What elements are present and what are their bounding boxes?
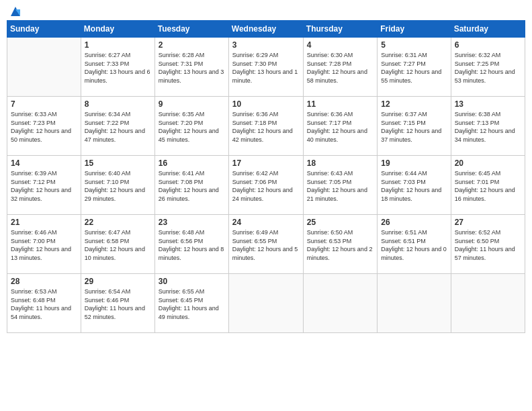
day-number: 30 (159, 277, 225, 286)
day-info: Sunrise: 6:35 AMSunset: 7:20 PMDaylight:… (159, 110, 225, 144)
day-cell: 16Sunrise: 6:41 AMSunset: 7:08 PMDayligh… (154, 156, 228, 215)
day-cell: 22Sunrise: 6:47 AMSunset: 6:58 PMDayligh… (81, 215, 154, 274)
day-info: Sunrise: 6:34 AMSunset: 7:22 PMDaylight:… (85, 110, 151, 144)
day-info: Sunrise: 6:38 AMSunset: 7:13 PMDaylight:… (455, 110, 521, 144)
day-info: Sunrise: 6:36 AMSunset: 7:17 PMDaylight:… (307, 110, 373, 144)
day-cell: 29Sunrise: 6:54 AMSunset: 6:46 PMDayligh… (81, 274, 154, 333)
day-info: Sunrise: 6:55 AMSunset: 6:45 PMDaylight:… (159, 287, 225, 321)
day-number: 1 (85, 40, 151, 50)
day-number: 27 (455, 218, 521, 227)
day-cell: 18Sunrise: 6:43 AMSunset: 7:05 PMDayligh… (303, 156, 377, 215)
day-cell: 25Sunrise: 6:50 AMSunset: 6:53 PMDayligh… (303, 215, 377, 274)
day-cell: 21Sunrise: 6:46 AMSunset: 7:00 PMDayligh… (7, 215, 81, 274)
day-number: 22 (85, 218, 151, 227)
day-info: Sunrise: 6:46 AMSunset: 7:00 PMDaylight:… (11, 228, 77, 262)
day-cell (303, 274, 377, 333)
day-cell: 17Sunrise: 6:42 AMSunset: 7:06 PMDayligh… (228, 156, 303, 215)
weekday-tuesday: Tuesday (154, 21, 228, 38)
day-number: 24 (232, 218, 300, 227)
day-info: Sunrise: 6:54 AMSunset: 6:46 PMDaylight:… (85, 287, 151, 321)
day-number: 6 (455, 40, 521, 50)
day-number: 26 (381, 218, 447, 227)
weekday-thursday: Thursday (303, 21, 377, 38)
day-number: 13 (455, 99, 521, 109)
day-info: Sunrise: 6:43 AMSunset: 7:05 PMDaylight:… (307, 169, 373, 203)
day-cell: 8Sunrise: 6:34 AMSunset: 7:22 PMDaylight… (81, 97, 154, 156)
weekday-sunday: Sunday (7, 21, 81, 38)
day-number: 21 (11, 218, 77, 227)
day-cell: 14Sunrise: 6:39 AMSunset: 7:12 PMDayligh… (7, 156, 81, 215)
day-info: Sunrise: 6:30 AMSunset: 7:28 PMDaylight:… (307, 51, 373, 85)
day-number: 19 (381, 158, 447, 168)
page: SundayMondayTuesdayWednesdayThursdayFrid… (0, 0, 532, 411)
day-info: Sunrise: 6:27 AMSunset: 7:33 PMDaylight:… (85, 51, 151, 85)
calendar: SundayMondayTuesdayWednesdayThursdayFrid… (7, 20, 525, 333)
day-info: Sunrise: 6:49 AMSunset: 6:55 PMDaylight:… (232, 228, 300, 262)
day-cell: 15Sunrise: 6:40 AMSunset: 7:10 PMDayligh… (81, 156, 154, 215)
day-info: Sunrise: 6:40 AMSunset: 7:10 PMDaylight:… (85, 169, 151, 203)
day-cell (7, 38, 81, 97)
weekday-saturday: Saturday (451, 21, 525, 38)
day-number: 3 (232, 40, 300, 50)
day-cell: 24Sunrise: 6:49 AMSunset: 6:55 PMDayligh… (228, 215, 303, 274)
day-cell: 27Sunrise: 6:52 AMSunset: 6:50 PMDayligh… (451, 215, 525, 274)
day-number: 8 (85, 99, 151, 109)
day-cell: 9Sunrise: 6:35 AMSunset: 7:20 PMDaylight… (154, 97, 228, 156)
day-number: 25 (307, 218, 373, 227)
day-cell: 19Sunrise: 6:44 AMSunset: 7:03 PMDayligh… (378, 156, 451, 215)
day-info: Sunrise: 6:39 AMSunset: 7:12 PMDaylight:… (11, 169, 77, 203)
day-info: Sunrise: 6:47 AMSunset: 6:58 PMDaylight:… (85, 228, 151, 262)
day-cell: 11Sunrise: 6:36 AMSunset: 7:17 PMDayligh… (303, 97, 377, 156)
header (7, 7, 525, 15)
day-cell: 6Sunrise: 6:32 AMSunset: 7:25 PMDaylight… (451, 38, 525, 97)
day-number: 14 (11, 158, 77, 168)
day-cell: 30Sunrise: 6:55 AMSunset: 6:45 PMDayligh… (154, 274, 228, 333)
day-cell: 7Sunrise: 6:33 AMSunset: 7:23 PMDaylight… (7, 97, 81, 156)
day-number: 20 (455, 158, 521, 168)
day-number: 5 (381, 40, 447, 50)
day-info: Sunrise: 6:31 AMSunset: 7:27 PMDaylight:… (381, 51, 447, 85)
day-info: Sunrise: 6:28 AMSunset: 7:31 PMDaylight:… (159, 51, 225, 85)
day-number: 2 (159, 40, 225, 50)
day-number: 11 (307, 99, 373, 109)
day-cell: 5Sunrise: 6:31 AMSunset: 7:27 PMDaylight… (378, 38, 451, 97)
day-info: Sunrise: 6:37 AMSunset: 7:15 PMDaylight:… (381, 110, 447, 144)
day-number: 17 (232, 158, 300, 168)
day-number: 9 (159, 99, 225, 109)
weekday-monday: Monday (81, 21, 154, 38)
day-cell: 12Sunrise: 6:37 AMSunset: 7:15 PMDayligh… (378, 97, 451, 156)
weekday-friday: Friday (378, 21, 451, 38)
day-cell: 28Sunrise: 6:53 AMSunset: 6:48 PMDayligh… (7, 274, 81, 333)
day-cell (378, 274, 451, 333)
week-row-3: 21Sunrise: 6:46 AMSunset: 7:00 PMDayligh… (7, 215, 525, 274)
day-cell: 4Sunrise: 6:30 AMSunset: 7:28 PMDaylight… (303, 38, 377, 97)
day-info: Sunrise: 6:52 AMSunset: 6:50 PMDaylight:… (455, 228, 521, 262)
day-cell: 1Sunrise: 6:27 AMSunset: 7:33 PMDaylight… (81, 38, 154, 97)
day-cell: 3Sunrise: 6:29 AMSunset: 7:30 PMDaylight… (228, 38, 303, 97)
weekday-header-row: SundayMondayTuesdayWednesdayThursdayFrid… (7, 21, 525, 38)
day-number: 15 (85, 158, 151, 168)
day-cell (451, 274, 525, 333)
day-info: Sunrise: 6:41 AMSunset: 7:08 PMDaylight:… (159, 169, 225, 203)
day-number: 4 (307, 40, 373, 50)
week-row-2: 14Sunrise: 6:39 AMSunset: 7:12 PMDayligh… (7, 156, 525, 215)
day-number: 16 (159, 158, 225, 168)
day-info: Sunrise: 6:32 AMSunset: 7:25 PMDaylight:… (455, 51, 521, 85)
weekday-wednesday: Wednesday (228, 21, 303, 38)
day-info: Sunrise: 6:48 AMSunset: 6:56 PMDaylight:… (159, 228, 225, 262)
day-cell: 20Sunrise: 6:45 AMSunset: 7:01 PMDayligh… (451, 156, 525, 215)
day-number: 7 (11, 99, 77, 109)
logo (7, 7, 23, 15)
day-number: 29 (85, 277, 151, 286)
day-info: Sunrise: 6:29 AMSunset: 7:30 PMDaylight:… (232, 51, 300, 85)
day-number: 18 (307, 158, 373, 168)
day-info: Sunrise: 6:45 AMSunset: 7:01 PMDaylight:… (455, 169, 521, 203)
day-info: Sunrise: 6:36 AMSunset: 7:18 PMDaylight:… (232, 110, 300, 144)
day-cell: 23Sunrise: 6:48 AMSunset: 6:56 PMDayligh… (154, 215, 228, 274)
day-number: 28 (11, 277, 77, 286)
day-number: 23 (159, 218, 225, 227)
week-row-4: 28Sunrise: 6:53 AMSunset: 6:48 PMDayligh… (7, 274, 525, 333)
day-info: Sunrise: 6:44 AMSunset: 7:03 PMDaylight:… (381, 169, 447, 203)
day-info: Sunrise: 6:51 AMSunset: 6:51 PMDaylight:… (381, 228, 447, 262)
day-info: Sunrise: 6:50 AMSunset: 6:53 PMDaylight:… (307, 228, 373, 262)
